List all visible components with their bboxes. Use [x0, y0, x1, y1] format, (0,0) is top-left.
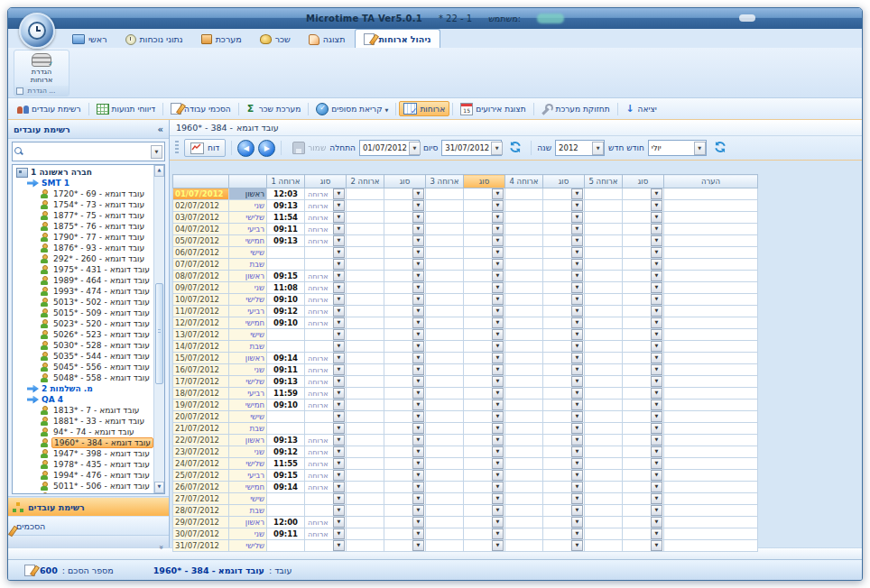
meal-type-cell[interactable] — [543, 411, 585, 423]
type-dropdown-button[interactable] — [651, 435, 662, 446]
meal-type-cell[interactable] — [543, 341, 585, 353]
type-dropdown-button[interactable] — [571, 188, 583, 199]
meal-time-cell[interactable] — [505, 294, 543, 306]
tree-employee[interactable]: 5026* - 523 -עובד דוגמא — [13, 329, 153, 340]
grid-header-cell[interactable]: ארוחה 1 — [267, 175, 305, 188]
meal-type-cell[interactable] — [464, 329, 505, 341]
meal-time-cell[interactable] — [347, 528, 384, 540]
type-dropdown-button[interactable] — [333, 306, 345, 317]
meal-time-cell[interactable] — [267, 329, 305, 341]
meal-time-cell[interactable]: 11:55 — [267, 458, 305, 470]
meal-type-cell[interactable] — [623, 341, 664, 353]
note-cell[interactable] — [664, 306, 758, 317]
grid-row[interactable]: 14/07/2012שבת — [173, 341, 758, 353]
meal-time-cell[interactable]: 09:15 — [267, 271, 305, 282]
note-cell[interactable] — [664, 482, 758, 493]
meal-time-cell[interactable] — [505, 482, 543, 493]
grid-row[interactable]: 25/07/2012רביעי09:15ארוחה — [173, 470, 758, 482]
meal-type-cell[interactable] — [305, 247, 347, 259]
meal-time-cell[interactable] — [267, 423, 305, 435]
refresh-button[interactable] — [509, 140, 522, 157]
type-dropdown-button[interactable] — [333, 212, 345, 223]
type-dropdown-button[interactable] — [412, 200, 424, 211]
meal-time-cell[interactable] — [585, 493, 623, 505]
meal-time-cell[interactable] — [585, 259, 623, 271]
meal-type-cell[interactable] — [623, 306, 664, 317]
meal-time-cell[interactable] — [347, 282, 384, 294]
type-dropdown-button[interactable] — [492, 294, 504, 305]
meal-time-cell[interactable]: 09:10 — [267, 400, 305, 411]
meal-time-cell[interactable] — [505, 188, 543, 200]
tree-employee[interactable]: 5013* - 502 -עובד דוגמא — [13, 297, 153, 308]
tree-root-company[interactable]: חברה ראשונה 1 — [13, 167, 153, 178]
meal-time-cell[interactable] — [585, 353, 623, 364]
type-dropdown-button[interactable] — [492, 235, 504, 246]
ribbon-tab-0[interactable]: ראשי — [64, 31, 116, 48]
meal-time-cell[interactable] — [585, 212, 623, 224]
meal-time-cell[interactable] — [585, 341, 623, 353]
type-dropdown-button[interactable] — [571, 341, 583, 352]
meal-time-cell[interactable] — [426, 540, 464, 552]
meal-time-cell[interactable] — [505, 353, 543, 364]
note-cell[interactable] — [664, 282, 758, 294]
type-dropdown-button[interactable] — [492, 271, 504, 281]
note-cell[interactable] — [664, 517, 758, 528]
type-dropdown-button[interactable] — [492, 411, 504, 422]
type-dropdown-button[interactable] — [412, 317, 424, 328]
type-dropdown-button[interactable] — [571, 446, 583, 457]
meal-type-cell[interactable] — [543, 317, 585, 329]
type-dropdown-button[interactable] — [412, 540, 424, 551]
type-dropdown-button[interactable] — [492, 540, 504, 551]
meal-type-cell[interactable] — [464, 306, 505, 317]
meal-time-cell[interactable] — [347, 540, 384, 552]
meal-time-cell[interactable] — [585, 235, 623, 247]
type-dropdown-button[interactable] — [651, 329, 662, 340]
type-dropdown-button[interactable] — [412, 376, 424, 387]
grid-row[interactable]: 11/07/2012רביעי09:12ארוחה — [173, 306, 758, 317]
type-dropdown-button[interactable] — [412, 482, 424, 492]
meal-type-cell[interactable] — [623, 259, 664, 271]
type-dropdown-button[interactable] — [333, 505, 345, 516]
meal-type-cell[interactable] — [543, 528, 585, 540]
type-dropdown-button[interactable] — [333, 517, 345, 528]
type-dropdown-button[interactable] — [492, 259, 504, 270]
meal-type-cell[interactable] — [464, 341, 505, 353]
meal-type-cell[interactable] — [384, 493, 426, 505]
type-dropdown-button[interactable] — [492, 306, 504, 317]
type-dropdown-button[interactable] — [333, 341, 345, 352]
meal-time-cell[interactable] — [347, 388, 384, 400]
meal-type-cell[interactable] — [464, 235, 505, 247]
grid-header-cell[interactable]: סוג — [623, 175, 664, 188]
type-dropdown-button[interactable] — [651, 306, 662, 317]
meal-time-cell[interactable] — [505, 282, 543, 294]
type-dropdown-button[interactable] — [492, 458, 504, 469]
meal-type-cell[interactable] — [623, 294, 664, 306]
meal-time-cell[interactable] — [505, 306, 543, 317]
meal-type-cell[interactable] — [623, 388, 664, 400]
meal-type-cell[interactable] — [543, 212, 585, 224]
meal-type-cell[interactable] — [543, 247, 585, 259]
type-dropdown-button[interactable] — [651, 376, 662, 387]
meal-type-cell[interactable] — [384, 271, 426, 282]
type-dropdown-button[interactable] — [651, 482, 662, 492]
meal-time-cell[interactable] — [585, 376, 623, 388]
grid-row[interactable]: 22/07/2012ראשון09:13ארוחה — [173, 435, 758, 446]
meal-type-cell[interactable] — [384, 435, 426, 446]
type-dropdown-button[interactable] — [571, 493, 583, 504]
meal-type-cell[interactable] — [623, 317, 664, 329]
meal-time-cell[interactable] — [347, 224, 384, 235]
grid-header-cell[interactable]: הערה — [664, 175, 758, 188]
grid-row[interactable]: 17/07/2012שלישי09:13ארוחה — [173, 376, 758, 388]
grid-header-cell[interactable]: סוג — [464, 175, 505, 188]
type-dropdown-button[interactable] — [333, 294, 345, 305]
tree-employee[interactable]: 1875* - 76 -עובד דוגמא — [13, 221, 153, 232]
note-cell[interactable] — [664, 294, 758, 306]
type-dropdown-button[interactable] — [492, 528, 504, 539]
grid-row[interactable]: 08/07/2012ראשון09:15ארוחה — [173, 271, 758, 282]
meal-time-cell[interactable] — [505, 329, 543, 341]
type-dropdown-button[interactable] — [333, 329, 345, 340]
meal-time-cell[interactable] — [505, 446, 543, 458]
meal-type-cell[interactable] — [305, 493, 347, 505]
meal-time-cell[interactable]: 11:59 — [267, 388, 305, 400]
meal-time-cell[interactable] — [347, 411, 384, 423]
